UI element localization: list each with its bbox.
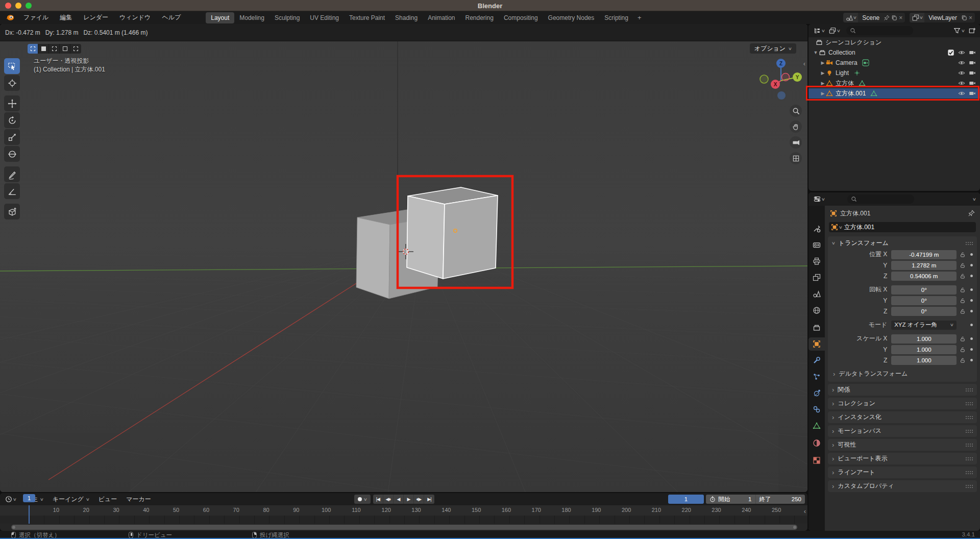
cube-001-object-selected[interactable] [407, 187, 498, 279]
frame-ruler[interactable]: 1020304050607080901001101201301401501601… [0, 505, 807, 516]
timeline-menu-1[interactable]: キーイング∨ [48, 494, 93, 505]
menu-3[interactable]: ウィンドウ [115, 12, 155, 23]
timeline-editor[interactable]: ∨ 再生∨キーイング∨ビューマーカー ∨ |◀ ◀♦ ◀ ▶ ♦▶ ▶| 1 開… [0, 493, 807, 531]
auto-keying-button[interactable]: ∨ [354, 495, 371, 504]
tab-animation[interactable]: Animation [423, 12, 460, 23]
navigation-gizmo[interactable]: Z Y X [760, 56, 803, 100]
rotate-tool[interactable] [4, 112, 20, 128]
lock-icon[interactable] [960, 287, 966, 293]
eye-icon[interactable] [958, 69, 965, 77]
animate-dot[interactable] [970, 337, 973, 340]
play-button[interactable]: ▶ [404, 495, 414, 504]
gizmo-minus-y-axis[interactable] [760, 75, 768, 83]
copy-viewlayer-icon[interactable] [961, 15, 967, 21]
remove-viewlayer-icon[interactable]: × [969, 14, 972, 21]
viewport-scene[interactable] [0, 41, 807, 492]
drag-dots-icon[interactable] [965, 402, 973, 406]
properties-search-input[interactable] [860, 196, 911, 202]
view-layer-properties-tab[interactable] [808, 271, 825, 284]
select-mode-intersect[interactable] [70, 44, 81, 54]
add-workspace-button[interactable]: + [633, 13, 646, 22]
stopwatch-icon[interactable] [709, 496, 716, 502]
properties-search[interactable] [847, 194, 914, 204]
animate-dot[interactable] [970, 359, 973, 361]
expand-arrow-icon[interactable]: ▼ [813, 50, 819, 55]
outliner-search[interactable] [846, 26, 913, 35]
toggle-perspective-icon[interactable] [790, 152, 802, 164]
scene-selector[interactable]: ∨ Scene × [843, 13, 905, 22]
outliner-search-input[interactable] [859, 28, 910, 34]
viewlayer-browse-icon[interactable]: ∨ [910, 13, 924, 22]
tab-uv-editing[interactable]: UV Editing [305, 12, 344, 23]
properties-options-dropdown[interactable]: ∨ [971, 197, 978, 202]
properties-editor[interactable]: ∨ ∨ 立方体.001 ∨ 立方体.001 ∨ トランスフォーム 位置 X-0.… [808, 192, 980, 531]
outliner-editor[interactable]: ∨ ∨ ∨ シーンコレクション ▼ Collection ▶ Camera [808, 24, 980, 191]
transform-value-field[interactable]: 0° [891, 296, 957, 305]
gizmo-minus-x-axis[interactable] [782, 74, 790, 81]
menu-0[interactable]: ファイル [19, 12, 53, 23]
expand-arrow-icon[interactable]: ▶ [820, 81, 826, 86]
expand-arrow-icon[interactable]: ▶ [820, 70, 826, 76]
eye-icon[interactable] [958, 49, 965, 56]
timeline-scrollbar[interactable] [0, 524, 807, 531]
jump-to-end-button[interactable]: ▶| [424, 495, 434, 504]
next-keyframe-button[interactable]: ♦▶ [414, 495, 424, 504]
menu-1[interactable]: 編集 [55, 12, 77, 23]
jump-to-start-button[interactable]: |◀ [373, 495, 383, 504]
tab-shading[interactable]: Shading [390, 12, 423, 23]
copy-scene-icon[interactable] [891, 15, 897, 21]
drag-dots-icon[interactable] [965, 457, 973, 461]
transform-value-field[interactable]: 0.54006 m [891, 272, 957, 281]
editor-type-dropdown[interactable]: ∨ [812, 195, 827, 203]
lock-icon[interactable] [960, 252, 966, 258]
transform-value-field[interactable]: 1.000 [891, 334, 957, 344]
tab-scripting[interactable]: Scripting [599, 12, 633, 23]
select-mode-invert[interactable] [60, 44, 70, 54]
transform-value-field[interactable]: 0° [891, 285, 957, 295]
camera-visibility-icon[interactable] [969, 59, 976, 66]
scene-properties-tab[interactable] [808, 287, 825, 301]
lock-icon[interactable] [960, 336, 966, 342]
expand-arrow-icon[interactable]: ▶ [820, 60, 826, 65]
frame-start-field[interactable]: 開始 1 [706, 495, 755, 504]
panel-コレクション[interactable]: ›コレクション [828, 398, 977, 409]
output-properties-tab[interactable] [808, 255, 825, 268]
physics-properties-tab[interactable] [808, 386, 825, 400]
animate-dot[interactable] [970, 275, 973, 277]
annotate-tool[interactable] [4, 166, 20, 182]
camera-view-icon[interactable] [790, 136, 802, 149]
transform-value-field[interactable]: 1.2782 m [891, 261, 957, 270]
drag-dots-icon[interactable] [965, 429, 973, 433]
panel-インスタンス化[interactable]: ›インスタンス化 [828, 411, 977, 423]
constraints-properties-tab[interactable] [808, 403, 825, 416]
world-properties-tab[interactable] [808, 304, 825, 317]
pin-icon[interactable] [968, 210, 975, 217]
options-dropdown[interactable]: オプション ∨ [750, 43, 796, 54]
panel-関係[interactable]: ›関係 [828, 384, 977, 396]
transform-value-field[interactable]: 0° [891, 307, 957, 316]
play-reverse-button[interactable]: ◀ [394, 495, 404, 504]
current-frame-badge[interactable]: 1 [23, 494, 35, 502]
animate-dot[interactable] [970, 348, 973, 351]
tab-texture-paint[interactable]: Texture Paint [344, 12, 390, 23]
filter-type-dropdown[interactable]: ∨ [827, 27, 842, 34]
transform-value-field[interactable]: 1.000 [891, 345, 957, 354]
timeline-track[interactable] [0, 516, 807, 524]
measure-tool[interactable] [4, 183, 20, 199]
eye-icon[interactable] [958, 59, 965, 66]
viewport-editor[interactable]: Dx: -0.472 m Dy: 1.278 m Dz: 0.5401 m (1… [0, 24, 807, 492]
transform-value-field[interactable]: -0.47199 m [891, 250, 957, 259]
lock-icon[interactable] [960, 273, 966, 279]
lock-icon[interactable] [960, 262, 966, 268]
light-row[interactable]: ▶ Light [808, 68, 980, 78]
object-properties-tab[interactable] [808, 337, 825, 351]
move-tool[interactable] [4, 95, 20, 111]
tool-properties-tab[interactable] [808, 222, 825, 235]
tab-modeling[interactable]: Modeling [234, 12, 270, 23]
menu-2[interactable]: レンダー [79, 12, 113, 23]
scrollbar-thumb[interactable] [11, 525, 797, 530]
texture-properties-tab[interactable] [808, 454, 825, 467]
drag-dots-icon[interactable] [965, 415, 973, 420]
gizmo-minus-z-axis[interactable] [777, 91, 786, 100]
panel-モーションパス[interactable]: ›モーションパス [828, 425, 977, 437]
